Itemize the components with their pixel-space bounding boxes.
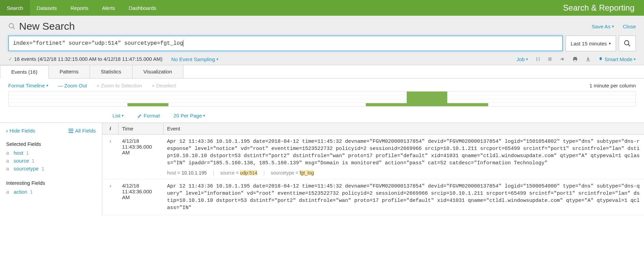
share-icon bbox=[559, 56, 565, 62]
nav-search[interactable]: Search bbox=[0, 0, 30, 16]
print-button[interactable] bbox=[572, 56, 578, 62]
tab-visualization[interactable]: Visualization bbox=[133, 65, 183, 79]
events-header: i Time Event bbox=[102, 123, 644, 135]
top-nav: Search Datasets Reports Alerts Dashboard… bbox=[0, 0, 644, 16]
event-row: › 4/12/18 11:43:36.000 AM Apr 12 11:43:3… bbox=[102, 179, 644, 215]
svg-line-1 bbox=[13, 27, 15, 29]
stop-button[interactable] bbox=[548, 57, 552, 61]
export-button[interactable] bbox=[585, 56, 591, 62]
field-item[interactable]: asourcetype1 bbox=[6, 165, 96, 172]
event-raw[interactable]: Apr 12 11:43:36 10.10.1.195 date=2018-04… bbox=[167, 138, 641, 167]
time-range-picker[interactable]: Last 15 minutes▾ bbox=[566, 36, 616, 51]
svg-line-3 bbox=[628, 44, 630, 46]
tab-patterns[interactable]: Patterns bbox=[49, 65, 90, 79]
top-nav-left: Search Datasets Reports Alerts Dashboard… bbox=[0, 0, 163, 16]
result-summary: ✓ 16 events (4/12/18 11:32:15.000 AM to … bbox=[8, 56, 163, 62]
format-timeline-dropdown[interactable]: Format Timeline ▾ bbox=[8, 83, 48, 88]
timeline-scale-label: 1 minute per column bbox=[589, 83, 636, 88]
pencil-icon bbox=[137, 113, 142, 118]
tab-statistics[interactable]: Statistics bbox=[90, 65, 133, 79]
svg-rect-5 bbox=[539, 57, 540, 61]
meta-host[interactable]: host = 10.10.1.195 bbox=[167, 170, 207, 176]
svg-rect-4 bbox=[536, 57, 537, 61]
svg-rect-12 bbox=[69, 132, 73, 133]
col-info[interactable]: i bbox=[102, 123, 119, 134]
nav-reports[interactable]: Reports bbox=[64, 0, 95, 16]
events-area: i Time Event › 4/12/18 11:43:36.000 AM A… bbox=[102, 123, 644, 215]
search-mode-dropdown[interactable]: Smart Mode ▾ bbox=[598, 56, 636, 62]
svg-rect-6 bbox=[548, 57, 552, 61]
svg-point-0 bbox=[9, 24, 14, 28]
pause-button[interactable] bbox=[536, 57, 540, 61]
per-page-dropdown[interactable]: 20 Per Page ▾ bbox=[174, 113, 205, 119]
pause-icon bbox=[536, 57, 540, 61]
nav-alerts[interactable]: Alerts bbox=[95, 0, 122, 16]
event-time: 4/12/18 11:43:36.000 AM bbox=[119, 135, 164, 179]
field-item[interactable]: asource1 bbox=[6, 157, 96, 165]
event-raw[interactable]: Apr 12 11:43:36 10.10.1.195 date=2018-04… bbox=[167, 183, 641, 211]
page-header: New Search Save As▾ Close index="fortine… bbox=[0, 16, 644, 65]
job-menu[interactable]: Job ▾ bbox=[516, 56, 528, 62]
event-meta: host = 10.10.1.195 | source = udp:514 | … bbox=[167, 170, 641, 176]
expand-toggle[interactable]: › bbox=[102, 135, 119, 179]
meta-source[interactable]: source = udp:514 bbox=[220, 170, 257, 176]
results-controls: List ▾ Format 20 Per Page ▾ bbox=[0, 107, 644, 123]
lightbulb-icon bbox=[598, 57, 603, 61]
zoom-to-selection-button: + Zoom to Selection bbox=[96, 83, 142, 88]
timeline-controls: Format Timeline ▾ — Zoom Out + Zoom to S… bbox=[0, 79, 644, 91]
format-dropdown[interactable]: Format bbox=[137, 113, 160, 119]
app-title: Search & Reporting bbox=[554, 0, 644, 16]
svg-point-2 bbox=[625, 41, 629, 45]
fields-sidebar: ‹ Hide Fields All Fields Selected Fields… bbox=[0, 123, 102, 215]
event-row: › 4/12/18 11:43:36.000 AM Apr 12 11:43:3… bbox=[102, 135, 644, 179]
field-item[interactable]: ahost1 bbox=[6, 149, 96, 157]
page-title: New Search bbox=[19, 20, 75, 32]
deselect-button: × Deselect bbox=[152, 83, 176, 88]
hide-fields-button[interactable]: ‹ Hide Fields bbox=[6, 128, 35, 134]
close-button[interactable]: Close bbox=[623, 24, 636, 29]
share-button[interactable] bbox=[559, 56, 565, 62]
search-icon bbox=[624, 40, 631, 47]
all-fields-button[interactable]: All Fields bbox=[69, 128, 96, 134]
selected-fields-title: Selected Fields bbox=[6, 141, 96, 147]
field-item[interactable]: aaction1 bbox=[6, 188, 96, 196]
stop-icon bbox=[548, 57, 552, 61]
timeline-chart[interactable] bbox=[8, 91, 636, 107]
print-icon bbox=[572, 56, 578, 62]
interesting-fields-list: aaction1 bbox=[6, 188, 96, 196]
result-tabs: Events (16) Patterns Statistics Visualiz… bbox=[0, 65, 644, 79]
zoom-out-button[interactable]: — Zoom Out bbox=[58, 83, 87, 88]
col-time[interactable]: Time bbox=[119, 123, 164, 134]
svg-rect-10 bbox=[69, 129, 73, 129]
download-icon bbox=[585, 56, 591, 62]
selected-fields-list: ahost1 asource1 asourcetype1 bbox=[6, 149, 96, 172]
interesting-fields-title: Interesting Fields bbox=[6, 180, 96, 186]
svg-rect-7 bbox=[574, 57, 577, 58]
col-event: Event bbox=[164, 123, 644, 134]
list-view-dropdown[interactable]: List ▾ bbox=[113, 113, 124, 119]
svg-rect-11 bbox=[69, 130, 73, 131]
event-time: 4/12/18 11:43:36.000 AM bbox=[119, 179, 164, 215]
meta-sourcetype[interactable]: sourcetype = fgt_log bbox=[271, 170, 314, 176]
nav-datasets[interactable]: Datasets bbox=[30, 0, 64, 16]
tab-events[interactable]: Events (16) bbox=[0, 65, 49, 79]
list-icon bbox=[69, 129, 73, 133]
run-search-button[interactable] bbox=[619, 36, 636, 51]
search-input[interactable]: index="fortinet" source="udp:514" source… bbox=[8, 36, 563, 51]
save-as-button[interactable]: Save As▾ bbox=[592, 24, 614, 29]
expand-toggle[interactable]: › bbox=[102, 179, 119, 215]
search-icon bbox=[8, 23, 16, 30]
event-sampling-dropdown[interactable]: No Event Sampling ▾ bbox=[171, 56, 219, 62]
search-query-text: index="fortinet" source="udp:514" source… bbox=[13, 40, 183, 46]
nav-dashboards[interactable]: Dashboards bbox=[122, 0, 163, 16]
svg-rect-9 bbox=[574, 60, 576, 61]
